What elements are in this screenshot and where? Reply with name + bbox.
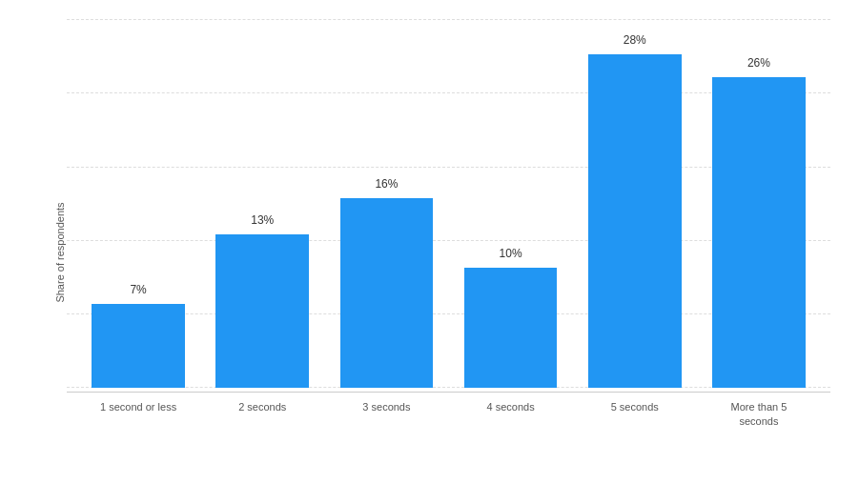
bar-2: 13% — [215, 234, 309, 388]
bar-1: 7% — [92, 304, 185, 388]
bar-group-5: 28% — [573, 19, 697, 388]
bar-group-6: 26% — [697, 19, 821, 388]
y-axis-label: Share of respondents — [54, 202, 66, 302]
bar-value-label-2: 13% — [251, 213, 274, 227]
x-label-5: 5 seconds — [573, 400, 697, 428]
bar-3: 16% — [340, 198, 434, 388]
bar-group-3: 16% — [324, 19, 448, 388]
bar-6: 26% — [712, 77, 806, 388]
bar-5: 28% — [588, 54, 682, 388]
bar-value-label-3: 16% — [375, 177, 398, 191]
bar-value-label-5: 28% — [624, 33, 646, 47]
bar-value-label-6: 26% — [747, 56, 770, 70]
x-label-3: 3 seconds — [324, 400, 448, 428]
chart-area: 7%13%16%10%28%26% — [67, 19, 830, 388]
bar-group-1: 7% — [76, 19, 200, 388]
x-label-6: More than 5seconds — [697, 400, 821, 428]
bars-wrapper: 7%13%16%10%28%26% — [67, 19, 830, 388]
x-label-4: 4 seconds — [449, 400, 573, 428]
bar-4: 10% — [464, 268, 558, 388]
x-axis: 1 second or less2 seconds3 seconds4 seco… — [67, 393, 830, 428]
x-label-1: 1 second or less — [76, 400, 200, 428]
bar-value-label-4: 10% — [500, 247, 522, 260]
chart-container: Share of respondents 7%13%16%10%28%26% 1… — [0, 0, 859, 504]
bar-value-label-1: 7% — [130, 283, 146, 296]
bar-group-4: 10% — [449, 19, 573, 388]
x-label-2: 2 seconds — [200, 400, 324, 428]
bar-group-2: 13% — [200, 19, 324, 388]
